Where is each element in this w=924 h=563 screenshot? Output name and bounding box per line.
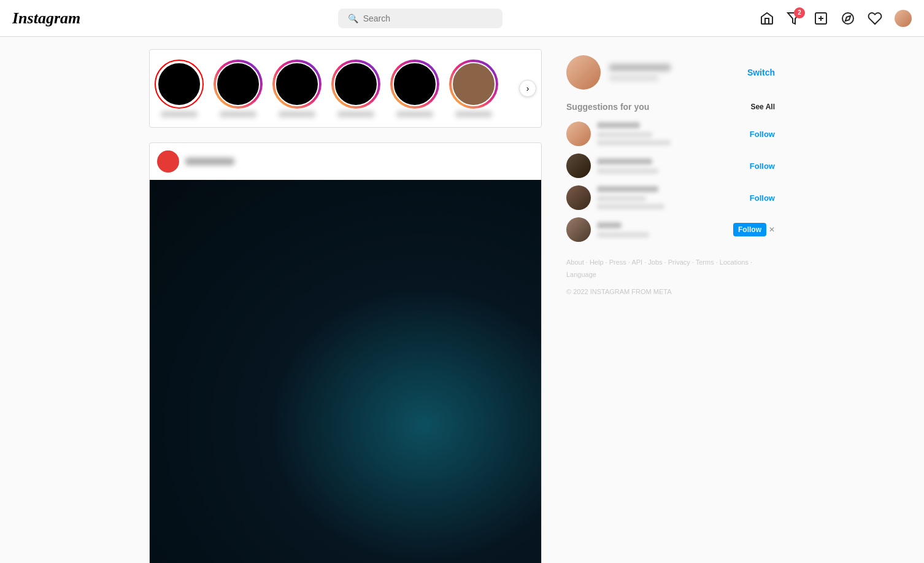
explore-button[interactable] [841, 11, 855, 26]
suggestion-meta2 [597, 140, 671, 146]
profile-section: Switch [566, 55, 775, 90]
search-bar[interactable]: 🔍 [338, 9, 502, 28]
story-ring [390, 60, 439, 109]
stories-container: › [149, 49, 542, 128]
story-ring [214, 60, 263, 109]
switch-button[interactable]: Switch [747, 68, 775, 77]
suggestions-header: Suggestions for you See All [566, 102, 775, 112]
instagram-logo: Instagram [12, 9, 80, 28]
main-container: › Switch [0, 0, 924, 563]
story-label [396, 111, 433, 117]
footer-links: About · Help · Press · API · Jobs · Priv… [566, 257, 775, 298]
messages-button[interactable]: 2 [787, 11, 801, 26]
suggestion-avatar[interactable] [566, 217, 591, 242]
suggestion-info [597, 222, 649, 238]
avatar [895, 10, 912, 27]
story-item[interactable] [272, 60, 321, 117]
suggestion-item: Follow ✕ [566, 217, 775, 242]
story-label [455, 111, 492, 117]
story-ring [331, 60, 380, 109]
story-ring-selected [155, 60, 204, 109]
story-item[interactable] [449, 60, 498, 117]
suggestion-item: Follow [566, 122, 775, 146]
profile-avatar[interactable] [566, 55, 601, 90]
profile-details [609, 64, 671, 81]
suggestion-item: Follow [566, 153, 775, 178]
suggestion-meta2 [597, 204, 664, 209]
profile-button[interactable] [895, 10, 912, 27]
suggestion-avatar[interactable] [566, 185, 591, 210]
suggestion-item: Follow [566, 185, 775, 210]
follow-button[interactable]: Follow [750, 161, 775, 171]
profile-info [566, 55, 671, 90]
nav-icons: 2 [760, 10, 912, 27]
suggestion-username [597, 222, 622, 228]
story-ring [449, 60, 498, 109]
suggestions-title: Suggestions for you [566, 102, 649, 112]
story-item[interactable] [331, 60, 380, 117]
suggestion-left [566, 153, 658, 178]
suggestion-username [597, 186, 658, 192]
home-button[interactable] [760, 11, 774, 26]
dismiss-button[interactable]: ✕ [769, 225, 775, 234]
svg-point-4 [842, 13, 853, 24]
suggestion-meta [597, 168, 658, 174]
search-input[interactable] [363, 14, 493, 23]
story-label [337, 111, 374, 117]
post-username [185, 158, 234, 165]
profile-fullname [609, 75, 658, 81]
suggestion-info [597, 158, 658, 174]
story-item[interactable] [390, 60, 439, 117]
story-ring [272, 60, 321, 109]
suggestion-left [566, 122, 671, 146]
story-label [279, 111, 315, 117]
post-header [150, 143, 541, 180]
suggestion-meta [597, 232, 649, 238]
story-avatar [157, 62, 201, 106]
follow-button[interactable]: Follow [750, 193, 775, 203]
post [149, 142, 542, 563]
footer-links-text: About · Help · Press · API · Jobs · Priv… [566, 257, 775, 281]
follow-button-blue[interactable]: Follow [733, 223, 766, 236]
header: Instagram 🔍 2 [0, 0, 924, 37]
suggestion-avatar[interactable] [566, 153, 591, 178]
stories-next-button[interactable]: › [519, 80, 536, 97]
story-label [161, 111, 198, 117]
activity-button[interactable] [868, 11, 882, 26]
suggestion-avatar[interactable] [566, 122, 591, 146]
suggestion-info [597, 122, 671, 146]
messages-badge: 2 [794, 7, 805, 18]
story-avatar [393, 62, 437, 106]
suggestion-username [597, 158, 652, 165]
post-avatar [157, 150, 179, 173]
story-avatar [452, 62, 496, 106]
story-avatar [334, 62, 378, 106]
feed-column: › [149, 49, 542, 563]
story-item[interactable] [214, 60, 263, 117]
post-image-content [150, 180, 541, 563]
story-avatar [216, 62, 260, 106]
story-item[interactable] [155, 60, 204, 117]
suggestion-meta [597, 196, 646, 201]
profile-username [609, 64, 671, 71]
suggestion-info [597, 186, 664, 209]
create-button[interactable] [814, 11, 828, 26]
post-image [150, 180, 541, 563]
story-label [220, 111, 256, 117]
footer-copyright: © 2022 INSTAGRAM FROM META [566, 286, 775, 298]
search-icon: 🔍 [348, 14, 358, 23]
suggestion-left [566, 217, 649, 242]
suggestion-left [566, 185, 664, 210]
story-avatar [275, 62, 319, 106]
suggestion-username [597, 122, 640, 128]
suggestion-meta [597, 132, 652, 138]
svg-marker-5 [845, 15, 850, 20]
right-column: Switch Suggestions for you See All Follo… [566, 49, 775, 563]
follow-button[interactable]: Follow [750, 130, 775, 139]
see-all-button[interactable]: See All [750, 103, 775, 111]
